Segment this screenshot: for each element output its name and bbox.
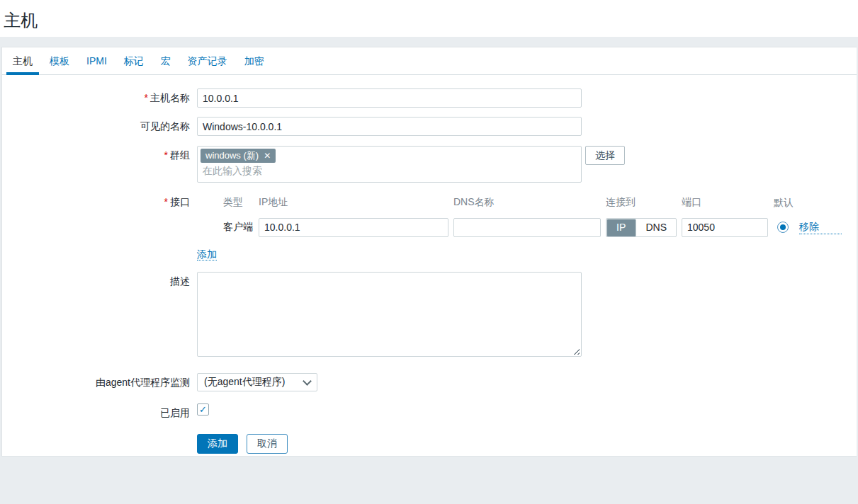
groups-label: *群组 bbox=[2, 146, 190, 162]
tab-bar: 主机 模板 IPMI 标记 宏 资产记录 加密 bbox=[2, 47, 857, 75]
cancel-button[interactable]: 取消 bbox=[247, 434, 288, 454]
group-chip: windows (新) ✕ bbox=[201, 149, 276, 163]
form-card: 主机 模板 IPMI 标记 宏 资产记录 加密 *主机名称 可见的名称 bbox=[1, 47, 857, 457]
tab-ipmi[interactable]: IPMI bbox=[80, 47, 113, 74]
interface-header-default: 默认 bbox=[773, 197, 794, 208]
proxy-select[interactable]: (无agent代理程序) bbox=[197, 373, 317, 391]
page-header: 主机 bbox=[0, 0, 858, 37]
interface-header-type: 类型 bbox=[197, 196, 254, 209]
proxy-label: 由agent代理程序监测 bbox=[2, 373, 190, 389]
description-textarea[interactable] bbox=[197, 272, 582, 357]
visible-name-row: 可见的名称 bbox=[2, 117, 857, 136]
host-name-label: *主机名称 bbox=[2, 88, 190, 105]
tab-inventory[interactable]: 资产记录 bbox=[181, 47, 234, 74]
description-label: 描述 bbox=[2, 272, 190, 288]
interfaces-label: *接口 bbox=[2, 193, 190, 209]
interface-row-agent: 客户端 IP DNS 移除 bbox=[197, 217, 842, 237]
content-area: 主机 模板 IPMI 标记 宏 资产记录 加密 *主机名称 可见的名称 bbox=[0, 37, 858, 504]
interface-ip-input[interactable] bbox=[259, 218, 448, 237]
chip-close-icon[interactable]: ✕ bbox=[264, 150, 271, 161]
proxy-selected-value: (无agent代理程序) bbox=[204, 376, 285, 389]
form-buttons-row: 添加 取消 bbox=[2, 434, 857, 454]
tab-host[interactable]: 主机 bbox=[6, 47, 39, 74]
connect-to-ip-option[interactable]: IP bbox=[606, 219, 636, 237]
interfaces-row: *接口 类型 IP地址 DNS名称 连接到 端口 默认 客户端 bbox=[2, 193, 857, 272]
connect-to-dns-option[interactable]: DNS bbox=[636, 219, 676, 236]
visible-name-label: 可见的名称 bbox=[2, 117, 190, 133]
required-asterisk: * bbox=[164, 196, 168, 207]
tab-templates[interactable]: 模板 bbox=[43, 47, 76, 74]
interface-header-connect-to: 连接到 bbox=[606, 196, 677, 209]
tab-encryption[interactable]: 加密 bbox=[238, 47, 271, 74]
interface-type-label: 客户端 bbox=[197, 221, 254, 234]
default-radio-selected-icon[interactable] bbox=[777, 222, 789, 233]
visible-name-input[interactable] bbox=[197, 117, 582, 136]
checkbox-check-icon: ✓ bbox=[199, 404, 207, 415]
groups-select-button[interactable]: 选择 bbox=[585, 146, 625, 165]
groups-multiselect[interactable]: windows (新) ✕ 在此输入搜索 bbox=[197, 146, 582, 183]
interface-dns-input[interactable] bbox=[453, 218, 601, 237]
interface-header-row: 类型 IP地址 DNS名称 连接到 端口 默认 bbox=[197, 193, 842, 212]
groups-row: *群组 windows (新) ✕ 在此输入搜索 选择 bbox=[2, 146, 857, 183]
group-chip-label: windows (新) bbox=[205, 150, 259, 161]
enabled-row: 已启用 ✓ bbox=[2, 403, 857, 420]
interface-add-link[interactable]: 添加 bbox=[197, 248, 217, 260]
groups-search-placeholder: 在此输入搜索 bbox=[201, 165, 578, 178]
tab-macros[interactable]: 宏 bbox=[154, 47, 177, 74]
interface-header-ip: IP地址 bbox=[259, 196, 448, 209]
interface-port-input[interactable] bbox=[682, 218, 768, 237]
host-name-row: *主机名称 bbox=[2, 88, 857, 108]
proxy-row: 由agent代理程序监测 (无agent代理程序) bbox=[2, 373, 857, 391]
chevron-down-icon bbox=[303, 377, 312, 386]
enabled-checkbox[interactable]: ✓ bbox=[197, 403, 209, 416]
interface-header-dns: DNS名称 bbox=[453, 196, 601, 209]
enabled-label: 已启用 bbox=[2, 403, 190, 420]
tab-tags[interactable]: 标记 bbox=[118, 47, 150, 74]
interface-header-port: 端口 bbox=[682, 196, 768, 209]
connect-to-toggle: IP DNS bbox=[606, 218, 677, 237]
interface-remove-link[interactable]: 移除 bbox=[799, 221, 842, 234]
required-asterisk: * bbox=[145, 92, 148, 103]
add-button[interactable]: 添加 bbox=[197, 434, 238, 454]
required-asterisk: * bbox=[164, 149, 168, 161]
description-row: 描述 bbox=[2, 272, 857, 357]
host-form: *主机名称 可见的名称 *群组 bbox=[2, 75, 857, 454]
host-name-input[interactable] bbox=[197, 88, 582, 108]
page-title: 主机 bbox=[4, 9, 858, 32]
